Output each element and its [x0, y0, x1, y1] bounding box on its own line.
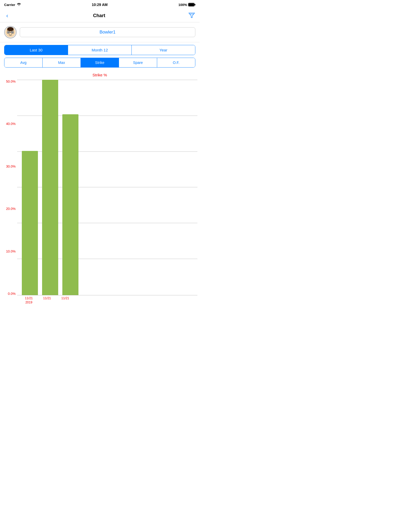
tab-max[interactable]: Max [43, 58, 81, 67]
bar-group-3 [61, 114, 79, 295]
bowler-name: Bowler1 [99, 30, 115, 35]
bowler-section: Bowler1 [0, 22, 200, 42]
wifi-icon [17, 3, 21, 7]
back-button[interactable]: ‹ [4, 11, 10, 20]
battery-label: 100% [178, 3, 187, 7]
svg-marker-3 [189, 13, 195, 18]
avatar [4, 26, 17, 38]
svg-rect-7 [7, 29, 14, 31]
page-title: Chart [93, 13, 105, 18]
tab-avg[interactable]: Avg [4, 58, 43, 67]
bars-container [17, 80, 197, 295]
svg-point-12 [12, 32, 13, 33]
x-label-1: 11/212019 [21, 296, 37, 304]
status-left: Carrier [4, 3, 21, 7]
bar-group-1 [21, 151, 39, 295]
chart-section: Strike % 50.0% 40.0% 30.0% 20.0% 10.0% 0… [0, 70, 200, 308]
y-axis: 50.0% 40.0% 30.0% 20.0% 10.0% 0.0% [2, 80, 17, 295]
y-label-10: 10.0% [6, 250, 16, 253]
tab-of[interactable]: O.F. [157, 58, 195, 67]
svg-rect-1 [195, 4, 195, 5]
period-segment-group: Last 30 Month 12 Year [0, 42, 200, 58]
y-label-30: 30.0% [6, 165, 16, 168]
nav-bar: ‹ Chart [0, 9, 200, 22]
tab-last30[interactable]: Last 30 [4, 45, 68, 55]
stats-segment-group: Avg Max Strike Spare O.F. [0, 58, 200, 70]
tab-month12[interactable]: Month 12 [68, 45, 132, 55]
status-bar: Carrier 10:29 AM 100% [0, 0, 200, 9]
x-label-2: 11/21 [39, 296, 55, 301]
period-segment: Last 30 Month 12 Year [4, 45, 195, 55]
tab-spare[interactable]: Spare [119, 58, 157, 67]
y-label-0: 0.0% [8, 292, 16, 295]
bar-3 [62, 114, 78, 295]
bar-1 [22, 151, 38, 295]
chart-inner: 11/212019 11/21 11/21 [17, 80, 197, 303]
x-labels: 11/212019 11/21 11/21 [17, 295, 197, 303]
tab-strike[interactable]: Strike [81, 58, 119, 67]
y-label-40: 40.0% [6, 122, 16, 125]
svg-rect-2 [189, 3, 194, 6]
svg-point-11 [8, 32, 9, 33]
time-label: 10:29 AM [92, 3, 108, 7]
bowler-selector[interactable]: Bowler1 [20, 27, 195, 37]
y-label-20: 20.0% [6, 207, 16, 210]
carrier-label: Carrier [4, 3, 15, 7]
stats-segment: Avg Max Strike Spare O.F. [4, 58, 195, 68]
status-right: 100% [178, 3, 195, 7]
chart-title: Strike % [2, 73, 197, 77]
bar-2 [42, 80, 58, 295]
bar-group-2 [41, 80, 59, 295]
tab-year[interactable]: Year [132, 45, 195, 55]
y-label-50: 50.0% [6, 80, 16, 83]
battery-icon [188, 3, 195, 6]
filter-button[interactable] [188, 12, 195, 20]
x-label-3: 11/21 [57, 296, 73, 301]
